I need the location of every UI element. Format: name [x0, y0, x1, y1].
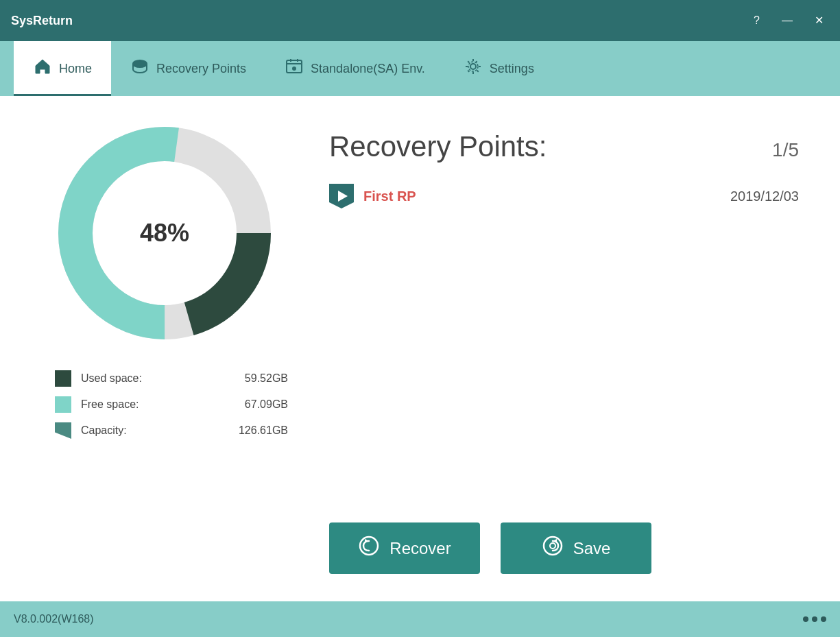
nav-standalone[interactable]: Standalone(SA) Env.: [265, 41, 444, 96]
action-buttons: Recover Save: [329, 495, 799, 574]
legend-used: Used space: 59.52GB: [55, 370, 288, 387]
free-value: 67.09GB: [226, 398, 288, 411]
dot-3: [821, 616, 826, 622]
save-icon: [542, 535, 564, 562]
svg-point-7: [470, 64, 476, 69]
dot-2: [812, 616, 817, 622]
capacity-value: 126.61GB: [226, 424, 288, 437]
recovery-point-item: First RP 2019/12/03: [329, 184, 799, 208]
version-label: V8.0.002(W168): [14, 613, 94, 625]
recover-icon: [358, 535, 380, 562]
left-panel: 48% Used space: 59.52GB Free space: 67.0…: [41, 123, 288, 574]
settings-icon: [464, 57, 483, 80]
used-swatch: [55, 370, 71, 387]
free-label: Free space:: [81, 398, 139, 411]
standalone-icon: [285, 57, 304, 80]
svg-point-6: [292, 67, 296, 71]
recovery-points-title: Recovery Points:: [329, 130, 547, 163]
recover-button[interactable]: Recover: [329, 522, 480, 574]
window-controls: ? — ✕: [748, 12, 829, 29]
app-title: SysReturn: [11, 14, 73, 28]
recovery-header: Recovery Points: 1/5: [329, 130, 799, 163]
more-options[interactable]: [803, 616, 826, 622]
used-label: Used space:: [81, 372, 142, 385]
legend-free: Free space: 67.09GB: [55, 396, 288, 413]
svg-point-14: [550, 543, 555, 549]
donut-chart: 48%: [55, 123, 274, 343]
legend-capacity: Capacity: 126.61GB: [55, 422, 288, 439]
recover-label: Recover: [389, 539, 451, 558]
navbar: Home Recovery Points Standalone(SA) Env.: [0, 41, 840, 96]
help-button[interactable]: ?: [748, 12, 765, 29]
nav-recovery-points-label: Recovery Points: [156, 62, 246, 76]
right-panel: Recovery Points: 1/5 First RP 2019/12/03…: [329, 123, 799, 574]
statusbar: V8.0.002(W168): [0, 601, 840, 637]
recovery-points-icon: [130, 57, 149, 80]
recovery-count: 1/5: [772, 139, 799, 161]
capacity-label: Capacity:: [81, 424, 127, 437]
home-icon: [33, 57, 52, 80]
nav-home[interactable]: Home: [14, 41, 111, 96]
close-button[interactable]: ✕: [809, 12, 829, 29]
free-swatch: [55, 396, 71, 413]
capacity-swatch: [55, 422, 71, 439]
nav-recovery-points[interactable]: Recovery Points: [111, 41, 265, 96]
chart-legend: Used space: 59.52GB Free space: 67.09GB …: [41, 370, 288, 439]
rp-shield-icon: [329, 184, 354, 208]
save-button[interactable]: Save: [501, 522, 651, 574]
dot-1: [803, 616, 808, 622]
rp-play-icon: [338, 191, 348, 202]
used-value: 59.52GB: [226, 372, 288, 385]
nav-standalone-label: Standalone(SA) Env.: [311, 62, 425, 76]
rp-date: 2019/12/03: [730, 189, 799, 204]
minimize-button[interactable]: —: [776, 12, 798, 29]
rp-name: First RP: [363, 189, 416, 204]
main-content: 48% Used space: 59.52GB Free space: 67.0…: [0, 96, 840, 601]
titlebar: SysReturn ? — ✕: [0, 0, 840, 41]
save-label: Save: [573, 539, 611, 558]
chart-percentage: 48%: [140, 219, 189, 248]
nav-settings[interactable]: Settings: [444, 41, 553, 96]
nav-settings-label: Settings: [490, 62, 534, 76]
nav-home-label: Home: [59, 62, 92, 76]
